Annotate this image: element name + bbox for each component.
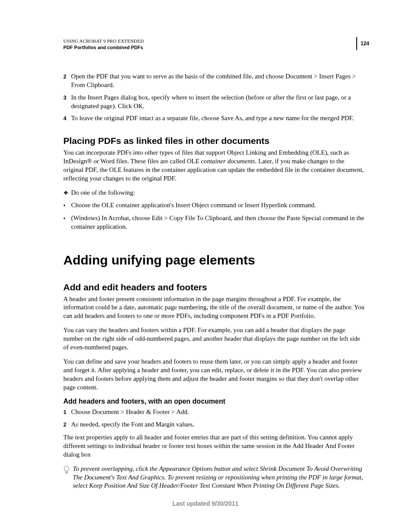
- dot-bullet-icon: •: [63, 201, 71, 210]
- diamond-bullet-icon: ❖: [63, 189, 71, 197]
- paragraph: A header and footer present consistent i…: [63, 295, 366, 321]
- step-text: As needed, specify the Font and Margin v…: [71, 420, 366, 429]
- bullet-list: ❖ Do one of the following: • Choose the …: [63, 189, 366, 231]
- bullet-text: (Windows) In Acrobat, choose Edit > Copy…: [71, 214, 366, 231]
- list-item: 3 In the Insert Pages dialog box, specif…: [63, 93, 366, 111]
- section-heading-placing-pdfs: Placing PDFs as linked files in other do…: [63, 136, 366, 146]
- list-item: ❖ Do one of the following:: [63, 189, 366, 197]
- bullet-text: Do one of the following:: [71, 189, 135, 197]
- lightbulb-icon: [63, 465, 73, 477]
- step-text: To leave the original PDF intact as a se…: [71, 114, 366, 123]
- step-number: 2: [63, 420, 71, 429]
- para-italic: container documents: [201, 158, 255, 165]
- svg-point-0: [64, 466, 69, 471]
- step-text: Choose Document > Header & Footer > Add.: [71, 408, 366, 417]
- list-item: • (Windows) In Acrobat, choose Edit > Co…: [63, 214, 366, 231]
- list-item: • Choose the OLE container application's…: [63, 201, 366, 210]
- numbered-steps-add: 1 Choose Document > Header & Footer > Ad…: [63, 408, 366, 429]
- dot-bullet-icon: •: [63, 214, 71, 231]
- list-item: 2 As needed, specify the Font and Margin…: [63, 420, 366, 429]
- list-item: 1 Choose Document > Header & Footer > Ad…: [63, 408, 366, 417]
- chapter-heading: Adding unifying page elements: [63, 253, 366, 268]
- step-number: 3: [63, 93, 71, 111]
- running-header: USING ACROBAT 9 PRO EXTENDED PDF Portfol…: [63, 38, 366, 51]
- tip-text: To prevent overlapping, click the Appear…: [73, 465, 366, 491]
- header-title: USING ACROBAT 9 PRO EXTENDED: [63, 38, 366, 44]
- tip-block: To prevent overlapping, click the Appear…: [63, 465, 366, 491]
- paragraph: The text properties apply to all header …: [63, 433, 366, 459]
- list-item: 4 To leave the original PDF intact as a …: [63, 114, 366, 123]
- paragraph: You can define and save your headers and…: [63, 358, 366, 392]
- header-subtitle: PDF Portfolios and combined PDFs: [63, 44, 366, 51]
- bullet-text: Choose the OLE container application's I…: [71, 201, 316, 210]
- paragraph: You can incorporate PDFs into other type…: [63, 149, 366, 183]
- step-text: Open the PDF that you want to serve as t…: [71, 72, 366, 90]
- step-number: 2: [63, 72, 71, 90]
- list-item: 2 Open the PDF that you want to serve as…: [63, 72, 366, 90]
- step-text: In the Insert Pages dialog box, specify …: [71, 93, 366, 111]
- step-number: 4: [63, 114, 71, 123]
- page-number: 124: [356, 37, 369, 50]
- step-number: 1: [63, 408, 71, 417]
- subsection-heading: Add headers and footers, with an open do…: [63, 398, 366, 405]
- paragraph: You can vary the headers and footers wit…: [63, 326, 366, 352]
- section-heading-add-edit: Add and edit headers and footers: [63, 282, 366, 292]
- numbered-steps-top: 2 Open the PDF that you want to serve as…: [63, 72, 366, 123]
- page-footer: Last updated 9/30/2011: [0, 500, 411, 507]
